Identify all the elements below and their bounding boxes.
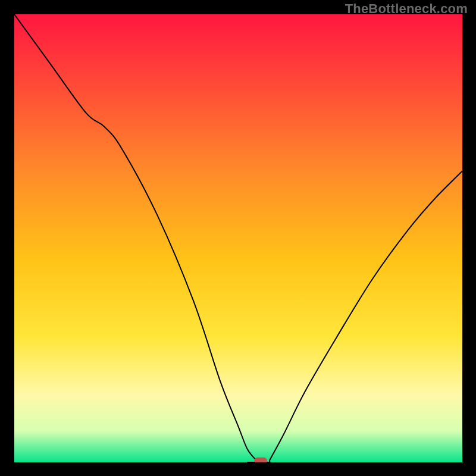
bottleneck-plot bbox=[14, 14, 462, 462]
chart-frame: TheBottleneck.com bbox=[0, 0, 476, 476]
svg-rect-0 bbox=[14, 14, 462, 462]
optimum-marker bbox=[255, 458, 267, 462]
